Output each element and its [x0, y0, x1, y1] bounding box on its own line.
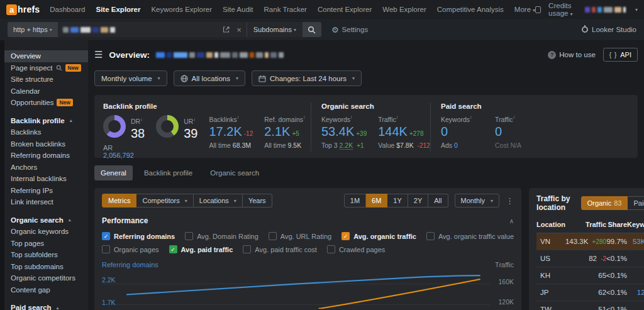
- sidebar-item-page-inspect[interactable]: Page inspect New: [4, 62, 88, 74]
- range-all-button[interactable]: All: [428, 194, 448, 208]
- organic-traffic-metric: Traffici 144K+278 Value $7.8K -212: [378, 115, 430, 149]
- open-in-new-tab-icon[interactable]: [223, 26, 230, 33]
- clear-input-icon[interactable]: ×: [236, 26, 242, 34]
- nav-content-explorer[interactable]: Content Explorer: [318, 6, 372, 13]
- table-row-jp[interactable]: JP 62 <0.1% 120 +1: [536, 284, 644, 301]
- protocol-select[interactable]: http + https▾: [8, 22, 58, 37]
- range-6m-button[interactable]: 6M: [366, 194, 387, 208]
- performance-chart[interactable]: 2.2K 1.7K 160K 120K: [102, 270, 514, 309]
- collapse-icon[interactable]: ∧: [509, 218, 514, 224]
- col-traffic[interactable]: Traffic: [565, 218, 606, 233]
- sidebar: Overview Page inspect New Site structure…: [0, 40, 88, 310]
- table-row-tw[interactable]: TW 51 <0.1% 65: [536, 301, 644, 310]
- sidebar-item-organic-keywords[interactable]: Organic keywords: [4, 226, 88, 238]
- globe-icon: [180, 75, 188, 82]
- sidebar-item-top-subdomains[interactable]: Top subdomains: [4, 261, 88, 273]
- checkbox-avg-organic-traffic[interactable]: ✓Avg. organic traffic: [341, 232, 416, 240]
- sidebar-item-referring-ips[interactable]: Referring IPs: [4, 185, 88, 197]
- sidebar-item-top-pages[interactable]: Top pages: [4, 238, 88, 250]
- performance-panel: Metrics Competitors▾ Locations▾ Years 1M…: [94, 188, 521, 310]
- tab-general[interactable]: General: [94, 165, 133, 180]
- target-url-input[interactable]: ×: [58, 22, 247, 37]
- sidebar-section-organic-search[interactable]: Organic search▴: [4, 214, 88, 226]
- sidebar-item-calendar[interactable]: Calendar: [4, 86, 88, 97]
- chevron-down-icon[interactable]: ▾: [635, 7, 638, 13]
- table-row-kh[interactable]: KH 65 <0.1% 67: [536, 267, 644, 284]
- check-icon: ✓: [343, 233, 348, 240]
- account-menu-redacted[interactable]: [585, 7, 626, 13]
- nav-more[interactable]: More▾: [514, 6, 535, 13]
- range-1m-button[interactable]: 1M: [344, 194, 366, 208]
- settings-button[interactable]: ⚙Settings: [331, 25, 368, 35]
- new-badge: New: [65, 64, 81, 72]
- range-2y-button[interactable]: 2Y: [408, 194, 428, 208]
- nav-rank-tracker[interactable]: Rank Tracker: [264, 6, 307, 13]
- ahrefs-logo[interactable]: a hrefs: [6, 4, 40, 15]
- backlink-profile-section: Backlink profile DRi 38 AR 2,056,792: [103, 102, 311, 152]
- more-options-icon[interactable]: ⋮: [506, 196, 514, 206]
- checkbox-crawled-pages[interactable]: Crawled pages: [327, 245, 385, 253]
- search-button[interactable]: [303, 22, 321, 37]
- sidebar-item-internal-backlinks[interactable]: Internal backlinks: [4, 173, 88, 185]
- sidebar-section-paid-search[interactable]: Paid search▴: [4, 302, 88, 310]
- nav-site-audit[interactable]: Site Audit: [223, 6, 253, 13]
- nav-competitive-analysis[interactable]: Competitive Analysis: [437, 6, 504, 13]
- checkbox-avg-organic-traffic-value[interactable]: Avg. organic traffic value: [426, 232, 514, 240]
- metrics-button[interactable]: Metrics: [102, 194, 136, 208]
- nav-keywords-explorer[interactable]: Keywords Explorer: [151, 6, 212, 13]
- paid-toggle-button[interactable]: Paid0: [628, 196, 644, 210]
- sidebar-item-organic-competitors[interactable]: Organic competitors: [4, 272, 88, 284]
- sidebar-item-top-subfolders[interactable]: Top subfolders: [4, 249, 88, 261]
- locations-dropdown[interactable]: Locations▾: [194, 194, 243, 208]
- top-nav-bar: a hrefs Dashboard Site Explorer Keywords…: [0, 0, 644, 19]
- all-locations-dropdown[interactable]: All locations▾: [174, 70, 245, 86]
- nav-dashboard[interactable]: Dashboard: [50, 6, 85, 13]
- tab-backlink-profile[interactable]: Backlink profile: [138, 165, 199, 180]
- table-row-vn[interactable]: VN 143.3K +280 99.7% 53K +36: [536, 233, 644, 250]
- nav-web-explorer[interactable]: Web Explorer: [382, 6, 426, 13]
- sidebar-item-backlinks[interactable]: Backlinks: [4, 126, 88, 138]
- looker-studio-link[interactable]: Looker Studio: [582, 26, 636, 33]
- changes-dropdown[interactable]: Changes: Last 24 hours▾: [252, 70, 362, 86]
- sidebar-item-overview[interactable]: Overview: [4, 50, 88, 62]
- sidebar-item-site-structure[interactable]: Site structure: [4, 74, 88, 86]
- tab-organic-search[interactable]: Organic search: [204, 165, 265, 180]
- checkbox-avg-paid-traffic-cost[interactable]: Avg. paid traffic cost: [243, 245, 317, 253]
- info-icon: i: [397, 115, 398, 119]
- api-button[interactable]: { }API: [603, 48, 638, 62]
- table-row-us[interactable]: US 82 -2 <0.1% 318: [536, 250, 644, 267]
- sidebar-item-anchors[interactable]: Anchors: [4, 162, 88, 174]
- credits-usage-button[interactable]: Credits usage▾: [548, 2, 577, 17]
- hamburger-menu-icon[interactable]: ☰: [94, 49, 103, 60]
- scope-select[interactable]: Subdomains▾: [247, 22, 303, 37]
- competitors-dropdown[interactable]: Competitors▾: [136, 194, 193, 208]
- sidebar-item-opportunities[interactable]: OpportunitiesNew: [4, 97, 88, 109]
- nav-site-explorer[interactable]: Site Explorer: [96, 6, 141, 13]
- chevron-down-icon: ▾: [294, 27, 296, 33]
- years-button[interactable]: Years: [243, 194, 272, 208]
- sidebar-item-broken-backlinks[interactable]: Broken backlinks: [4, 138, 88, 150]
- gear-icon: ⚙: [331, 25, 339, 35]
- checkbox-avg-paid-traffic[interactable]: ✓Avg. paid traffic: [169, 245, 233, 253]
- col-keywords[interactable]: Keywords: [627, 218, 644, 233]
- sidebar-item-referring-domains[interactable]: Referring domains: [4, 150, 88, 162]
- col-location[interactable]: Location: [536, 218, 565, 233]
- range-1y-button[interactable]: 1Y: [387, 194, 408, 208]
- sidebar-item-link-intersect[interactable]: Link intersect: [4, 196, 88, 208]
- display-icon[interactable]: [535, 6, 541, 13]
- how-to-use-link[interactable]: ?How to use: [548, 51, 596, 59]
- checkbox-avg-url-rating[interactable]: Avg. URL Rating: [269, 232, 331, 240]
- sidebar-item-content-gap[interactable]: Content gap: [4, 284, 88, 296]
- section-title: Organic search: [321, 102, 420, 110]
- logo-a-icon: a: [6, 4, 17, 15]
- col-share[interactable]: Share: [606, 218, 627, 233]
- info-icon: i: [470, 115, 472, 119]
- sidebar-section-backlink-profile[interactable]: Backlink profile▴: [4, 115, 88, 127]
- braces-icon: { }: [609, 52, 617, 58]
- checkbox-avg-domain-rating[interactable]: Avg. Domain Rating: [185, 232, 258, 240]
- granularity-dropdown[interactable]: Monthly▾: [455, 194, 500, 208]
- checkbox-referring-domains[interactable]: ✓Referring domains: [102, 232, 175, 240]
- checkbox-organic-pages[interactable]: Organic pages: [102, 245, 159, 253]
- organic-toggle-button[interactable]: Organic83: [581, 196, 628, 210]
- monthly-volume-dropdown[interactable]: Monthly volume▾: [94, 70, 167, 86]
